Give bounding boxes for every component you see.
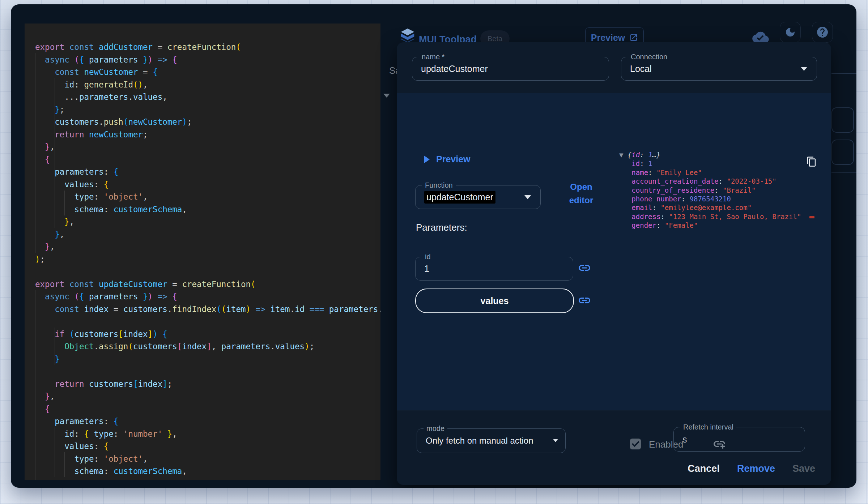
- query-editor-dialog: name * updateCustomer Connection Local P…: [397, 42, 831, 485]
- mui-toolpad-logo: [400, 27, 416, 43]
- open-editor-link[interactable]: Open editor: [559, 180, 604, 207]
- function-select[interactable]: Function updateCustomer: [415, 185, 541, 209]
- query-config-panel: Preview Function updateCustomer Open edi…: [397, 93, 831, 410]
- help-icon: [816, 26, 829, 39]
- connection-select[interactable]: Connection Local: [621, 57, 817, 81]
- page: MUI Toolpad Beta Preview Sa: [0, 0, 868, 504]
- save-button[interactable]: Save: [792, 463, 815, 474]
- refetch-interval-label: Refetch interval: [680, 423, 736, 431]
- background-field-fragment: [831, 140, 854, 165]
- param-id-field[interactable]: id 1: [415, 257, 573, 281]
- moon-icon: [784, 26, 796, 38]
- enabled-checkbox[interactable]: [630, 439, 641, 449]
- collapsed-arrow-icon: [424, 155, 430, 163]
- bind-link-icon[interactable]: [578, 261, 591, 275]
- chevron-down-icon: [801, 67, 807, 71]
- param-id-value: 1: [416, 257, 573, 280]
- function-select-label: Function: [422, 181, 456, 189]
- mode-select[interactable]: mode Only fetch on manual action: [417, 428, 566, 453]
- panel-divider: [614, 93, 614, 410]
- chevron-down-icon: [553, 439, 558, 442]
- bind-link-icon[interactable]: [578, 294, 591, 307]
- open-in-new-icon: [629, 33, 638, 42]
- code-editor[interactable]: export const addCustomer = createFunctio…: [25, 24, 380, 480]
- error-marker: [809, 216, 814, 218]
- background-divider: [831, 172, 856, 173]
- dark-mode-toggle[interactable]: [780, 22, 801, 43]
- preview-button-label: Preview: [591, 33, 625, 43]
- preview-collapsible[interactable]: Preview: [424, 154, 471, 165]
- param-id-label: id: [422, 252, 434, 261]
- code-editor-content: export const addCustomer = createFunctio…: [35, 41, 380, 480]
- param-values-button[interactable]: values: [415, 289, 574, 313]
- name-field[interactable]: name * updateCustomer: [412, 57, 609, 81]
- background-field-fragment: [831, 107, 854, 133]
- tree-collapse-icon[interactable]: [383, 94, 390, 98]
- refetch-interval-field[interactable]: Refetch interval s: [673, 427, 805, 452]
- chevron-down-icon: [524, 195, 531, 199]
- background-divider: [831, 73, 856, 74]
- copy-icon[interactable]: [806, 155, 817, 168]
- result-json-viewer[interactable]: ▼ {id: 1…} id: 1 name: "Emily Lee" accou…: [619, 150, 801, 230]
- parameters-heading: Parameters:: [416, 222, 467, 233]
- remove-button[interactable]: Remove: [737, 463, 775, 474]
- name-field-label: name *: [419, 52, 447, 61]
- cancel-button[interactable]: Cancel: [688, 463, 720, 474]
- connection-select-label: Connection: [628, 52, 670, 61]
- function-select-value: updateCustomer: [424, 191, 495, 204]
- help-button[interactable]: [812, 22, 833, 43]
- app-window: MUI Toolpad Beta Preview Sa: [11, 4, 856, 488]
- preview-collapsible-label: Preview: [436, 154, 471, 165]
- mode-select-label: mode: [424, 424, 447, 433]
